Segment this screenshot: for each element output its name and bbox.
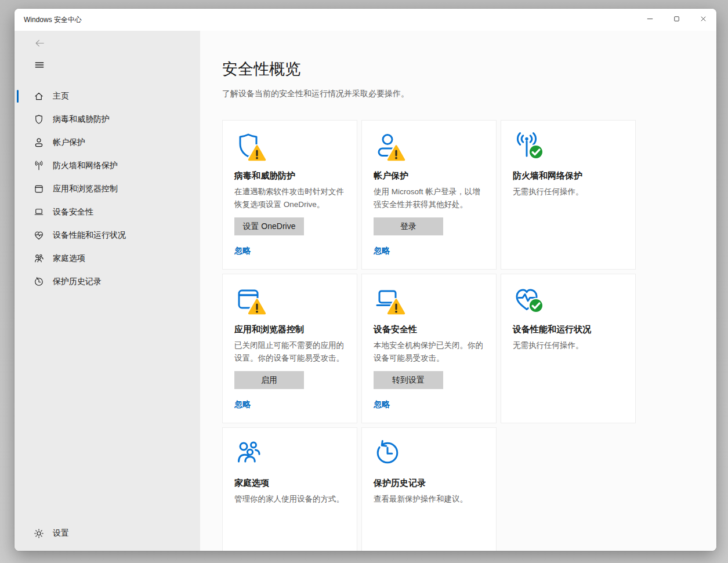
security-card-2: 防火墙和网络保护 无需执行任何操作。: [501, 120, 636, 270]
back-button[interactable]: [32, 37, 47, 52]
active-indicator: [17, 90, 19, 103]
windows-security-window: Windows 安全中心 主页 病毒和威胁防护 帐户保护: [15, 9, 716, 551]
heart-pulse-icon: [34, 230, 44, 241]
laptop-icon: [34, 207, 44, 217]
card-description: 本地安全机构保护已关闭。你的设备可能易受攻击。: [374, 339, 484, 364]
card-description: 使用 Microsoft 帐户登录，以增强安全性并获得其他好处。: [374, 186, 484, 210]
sidebar-item-1[interactable]: 病毒和威胁防护: [15, 108, 200, 131]
main-content: 安全性概览 了解设备当前的安全性和运行情况并采取必要操作。 病毒和威胁防护 在遭…: [200, 31, 716, 551]
card-title: 防火墙和网络保护: [513, 170, 624, 181]
sidebar-item-label: 主页: [53, 91, 69, 101]
sidebar-item-7[interactable]: 家庭选项: [15, 247, 200, 270]
warning-triangle-icon: [387, 144, 405, 162]
card-description: 在遭遇勒索软件攻击时针对文件恢复选项设置 OneDrive。: [234, 186, 345, 210]
maximize-button[interactable]: [663, 9, 690, 31]
close-button[interactable]: [690, 9, 716, 31]
sidebar-item-label: 保护历史记录: [53, 277, 102, 287]
shield-icon: [34, 114, 44, 125]
family-icon: [34, 253, 44, 264]
card-description: 查看最新保护操作和建议。: [374, 493, 484, 506]
security-card-5: 设备性能和运行状况 无需执行任何操作。: [501, 274, 636, 423]
history-icon: [374, 439, 401, 467]
card-action-button[interactable]: 设置 OneDrive: [234, 217, 304, 235]
sidebar-item-3[interactable]: 防火墙和网络保护: [15, 154, 200, 177]
sidebar-item-0[interactable]: 主页: [15, 85, 200, 108]
sidebar-item-label: 帐户保护: [53, 137, 85, 148]
sidebar-item-6[interactable]: 设备性能和运行状况: [15, 224, 200, 247]
maximize-icon: [672, 14, 681, 25]
ok-check-icon: [528, 297, 544, 314]
card-action-button[interactable]: 登录: [374, 217, 443, 235]
card-description: 已关闭阻止可能不需要的应用的设置。你的设备可能易受攻击。: [234, 339, 345, 364]
security-cards-grid: 病毒和威胁防护 在遭遇勒索软件攻击时针对文件恢复选项设置 OneDrive。 设…: [222, 120, 637, 551]
security-card-4: 设备安全性 本地安全机构保护已关闭。你的设备可能易受攻击。 转到设置 忽略: [361, 274, 497, 423]
menu-button[interactable]: [33, 60, 46, 70]
hamburger-menu-icon: [34, 63, 45, 72]
page-title: 安全性概览: [222, 59, 300, 79]
card-title: 家庭选项: [234, 478, 345, 489]
security-card-6: 家庭选项 管理你的家人使用设备的方式。: [222, 427, 357, 551]
card-title: 帐户保护: [374, 170, 484, 181]
card-action-button[interactable]: 转到设置: [374, 371, 443, 389]
dismiss-link[interactable]: 忽略: [234, 399, 251, 410]
card-description: 无需执行任何操作。: [513, 186, 624, 198]
gear-icon: [34, 528, 44, 539]
card-description: 无需执行任何操作。: [513, 339, 624, 352]
person-icon: [34, 137, 44, 148]
card-action-button[interactable]: 启用: [234, 371, 304, 389]
card-title: 设备性能和运行状况: [513, 324, 624, 335]
dismiss-link[interactable]: 忽略: [234, 246, 251, 256]
family-icon: [234, 439, 262, 467]
sidebar-nav: 主页 病毒和威胁防护 帐户保护 防火墙和网络保护 应用和浏览器控制 设备安全性 …: [15, 85, 200, 293]
minimize-button[interactable]: [636, 9, 663, 31]
page-subtitle: 了解设备当前的安全性和运行情况并采取必要操作。: [222, 89, 409, 99]
sidebar-item-4[interactable]: 应用和浏览器控制: [15, 177, 200, 201]
sidebar-item-label: 防火墙和网络保护: [53, 161, 118, 171]
security-card-0: 病毒和威胁防护 在遭遇勒索软件攻击时针对文件恢复选项设置 OneDrive。 设…: [222, 120, 357, 270]
sidebar-item-8[interactable]: 保护历史记录: [15, 270, 200, 293]
home-icon: [34, 91, 44, 101]
sidebar-item-label: 设备安全性: [53, 207, 93, 217]
titlebar: Windows 安全中心: [15, 9, 716, 31]
warning-triangle-icon: [248, 298, 266, 315]
sidebar-item-5[interactable]: 设备安全性: [15, 201, 200, 224]
sidebar-item-label: 设备性能和运行状况: [53, 230, 126, 241]
dismiss-link[interactable]: 忽略: [374, 246, 390, 256]
sidebar: 主页 病毒和威胁防护 帐户保护 防火墙和网络保护 应用和浏览器控制 设备安全性 …: [15, 31, 200, 551]
sidebar-item-label: 设置: [53, 528, 69, 539]
back-arrow-icon: [34, 42, 45, 50]
close-icon: [699, 14, 708, 25]
sidebar-item-label: 病毒和威胁防护: [53, 114, 110, 125]
card-title: 应用和浏览器控制: [234, 324, 345, 335]
network-icon: [34, 161, 44, 171]
sidebar-item-label: 家庭选项: [53, 253, 85, 264]
card-title: 设备安全性: [374, 324, 484, 335]
security-card-7: 保护历史记录 查看最新保护操作和建议。: [361, 427, 497, 551]
sidebar-item-label: 应用和浏览器控制: [53, 184, 118, 194]
card-title: 保护历史记录: [374, 478, 484, 489]
card-description: 管理你的家人使用设备的方式。: [234, 493, 345, 506]
ok-check-icon: [528, 144, 544, 160]
sidebar-item-settings[interactable]: 设置: [15, 522, 200, 545]
history-icon: [34, 277, 44, 287]
card-title: 病毒和威胁防护: [234, 170, 345, 181]
minimize-icon: [646, 14, 654, 25]
warning-triangle-icon: [387, 298, 405, 315]
security-card-1: 帐户保护 使用 Microsoft 帐户登录，以增强安全性并获得其他好处。 登录…: [361, 120, 497, 270]
app-window-icon: [34, 184, 44, 194]
sidebar-item-2[interactable]: 帐户保护: [15, 131, 200, 154]
warning-triangle-icon: [248, 144, 266, 162]
sidebar-footer: 设置: [15, 522, 200, 545]
dismiss-link[interactable]: 忽略: [374, 399, 390, 410]
window-title: Windows 安全中心: [15, 15, 82, 25]
security-card-3: 应用和浏览器控制 已关闭阻止可能不需要的应用的设置。你的设备可能易受攻击。 启用…: [222, 274, 357, 423]
